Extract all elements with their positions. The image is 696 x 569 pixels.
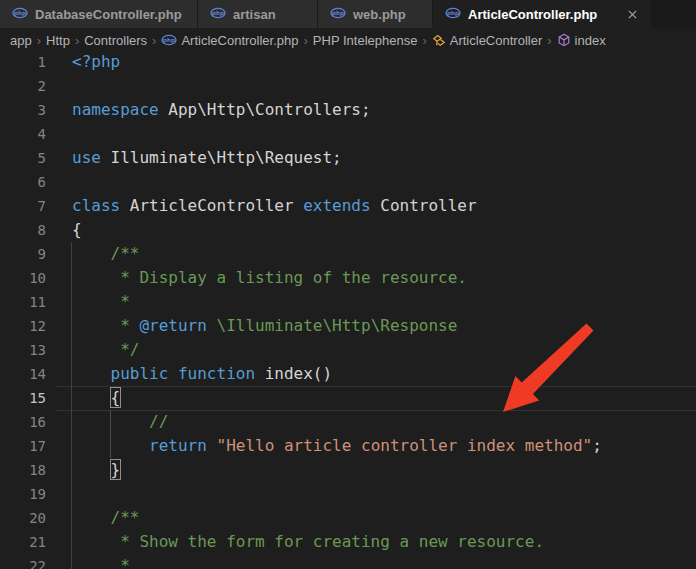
code-line[interactable]: 5use Illuminate\Http\Request; <box>0 146 696 170</box>
line-number: 14 <box>0 362 46 386</box>
code-line[interactable]: 2 <box>0 74 696 98</box>
line-number: 15 <box>0 386 46 410</box>
code-line[interactable]: 3namespace App\Http\Controllers; <box>0 98 696 122</box>
code-line[interactable]: 12 * @return \Illuminate\Http\Response <box>0 314 696 338</box>
tab-articlecontroller-php[interactable]: phpArticleController.php <box>433 0 651 28</box>
breadcrumb-item-controllers[interactable]: Controllers <box>84 33 147 48</box>
code-text <box>46 170 696 194</box>
breadcrumb-item-php-intelephense[interactable]: PHP Intelephense <box>313 33 418 48</box>
line-number: 10 <box>0 266 46 290</box>
code-text: /** <box>46 506 696 530</box>
code-line[interactable]: 7class ArticleController extends Control… <box>0 194 696 218</box>
close-icon[interactable] <box>626 8 639 21</box>
code-text: */ <box>46 338 696 362</box>
line-number: 2 <box>0 74 46 98</box>
code-text: // <box>46 410 696 434</box>
tab-label: ArticleController.php <box>468 7 597 22</box>
tab-databasecontroller-php[interactable]: phpDatabaseController.php <box>0 0 198 28</box>
code-lines: 1<?php23namespace App\Http\Controllers;4… <box>0 52 696 569</box>
php-icon: php <box>445 7 461 22</box>
code-line[interactable]: 20 /** <box>0 506 696 530</box>
code-line[interactable]: 17 return "Hello article controller inde… <box>0 434 696 458</box>
code-text: * Display a listing of the resource. <box>46 266 696 290</box>
code-text: { <box>46 386 696 410</box>
code-line[interactable]: 10 * Display a listing of the resource. <box>0 266 696 290</box>
line-number: 20 <box>0 506 46 530</box>
line-number: 3 <box>0 98 46 122</box>
code-line[interactable]: 8{ <box>0 218 696 242</box>
code-text: { <box>46 218 696 242</box>
code-line[interactable]: 11 * <box>0 290 696 314</box>
line-number: 4 <box>0 122 46 146</box>
breadcrumb-label: Http <box>46 33 70 48</box>
breadcrumb-label: Controllers <box>84 33 147 48</box>
breadcrumb-item-http[interactable]: Http <box>46 33 70 48</box>
svg-text:php: php <box>332 10 344 17</box>
code-line[interactable]: 19 <box>0 482 696 506</box>
svg-text:php: php <box>14 10 26 17</box>
code-line[interactable]: 15 { <box>0 386 696 410</box>
code-line[interactable]: 16 // <box>0 410 696 434</box>
tab-artisan[interactable]: phpartisan <box>198 0 318 28</box>
line-number: 21 <box>0 530 46 554</box>
code-line[interactable]: 22 * <box>0 554 696 569</box>
code-text: } <box>46 458 696 482</box>
code-line[interactable]: 13 */ <box>0 338 696 362</box>
tab-label: artisan <box>233 7 276 22</box>
code-line[interactable]: 14 public function index() <box>0 362 696 386</box>
breadcrumb-label: ArticleController <box>450 33 542 48</box>
method-icon <box>557 33 571 47</box>
code-editor[interactable]: 1<?php23namespace App\Http\Controllers;4… <box>0 52 696 569</box>
php-icon: php <box>12 7 28 22</box>
php-icon: php <box>161 34 177 46</box>
chevron-right-icon: › <box>70 33 84 48</box>
code-text <box>46 122 696 146</box>
tab-web-php[interactable]: phpweb.php <box>318 0 433 28</box>
breadcrumb-item-articlecontroller-php[interactable]: phpArticleController.php <box>161 33 298 48</box>
code-text: use Illuminate\Http\Request; <box>46 146 696 170</box>
line-number: 19 <box>0 482 46 506</box>
chevron-right-icon: › <box>32 33 46 48</box>
tab-label: DatabaseController.php <box>35 7 182 22</box>
vscode-window: phpDatabaseController.phpphpartisanphpwe… <box>0 0 696 569</box>
chevron-right-icon: › <box>417 33 431 48</box>
line-number: 13 <box>0 338 46 362</box>
chevron-right-icon: › <box>542 33 556 48</box>
code-line[interactable]: 1<?php <box>0 52 696 74</box>
tab-label: web.php <box>353 7 406 22</box>
code-text: /** <box>46 242 696 266</box>
php-icon: php <box>330 7 346 22</box>
class-icon <box>432 33 446 47</box>
code-line[interactable]: 4 <box>0 122 696 146</box>
php-icon: php <box>210 7 226 22</box>
breadcrumb-label: index <box>575 33 606 48</box>
line-number: 18 <box>0 458 46 482</box>
code-text: <?php <box>46 52 696 74</box>
code-text: return "Hello article controller index m… <box>46 434 696 458</box>
line-number: 6 <box>0 170 46 194</box>
chevron-right-icon: › <box>299 33 313 48</box>
code-text: * <box>46 554 696 569</box>
breadcrumb-item-app[interactable]: app <box>10 33 32 48</box>
line-number: 22 <box>0 554 46 569</box>
line-number: 9 <box>0 242 46 266</box>
line-number: 8 <box>0 218 46 242</box>
code-line[interactable]: 6 <box>0 170 696 194</box>
breadcrumb-label: PHP Intelephense <box>313 33 418 48</box>
code-text: public function index() <box>46 362 696 386</box>
code-line[interactable]: 9 /** <box>0 242 696 266</box>
breadcrumb-item-articlecontroller[interactable]: ArticleController <box>432 33 542 48</box>
code-text: * <box>46 290 696 314</box>
code-line[interactable]: 21 * Show the form for creating a new re… <box>0 530 696 554</box>
line-number: 16 <box>0 410 46 434</box>
line-number: 12 <box>0 314 46 338</box>
code-line[interactable]: 18 } <box>0 458 696 482</box>
line-number: 17 <box>0 434 46 458</box>
line-number: 5 <box>0 146 46 170</box>
code-text: * Show the form for creating a new resou… <box>46 530 696 554</box>
line-number: 11 <box>0 290 46 314</box>
code-text: namespace App\Http\Controllers; <box>46 98 696 122</box>
breadcrumb-item-index[interactable]: index <box>557 33 606 48</box>
svg-text:php: php <box>447 10 459 17</box>
code-text <box>46 74 696 98</box>
